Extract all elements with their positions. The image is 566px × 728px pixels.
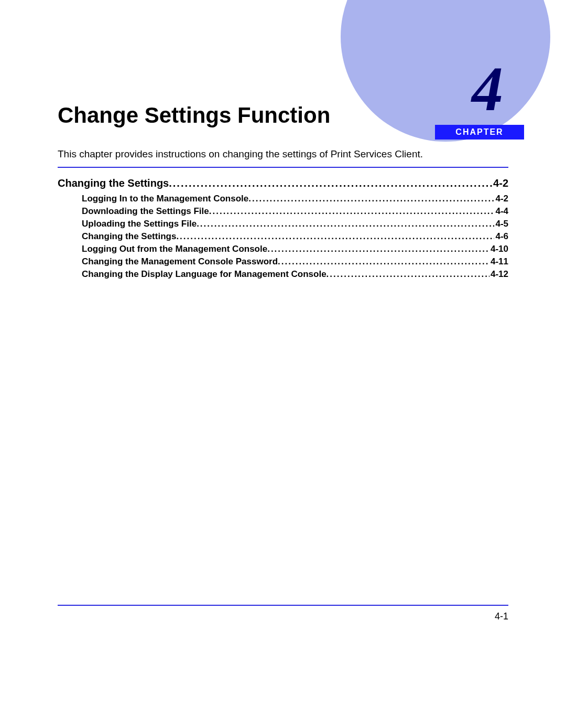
toc-item-row[interactable]: Logging In to the Management Console 4-2 <box>58 194 508 204</box>
toc-leader-dots <box>278 256 489 267</box>
chapter-badge: 4 CHAPTER <box>341 0 519 157</box>
toc-item-label: Logging In to the Management Console <box>82 194 248 204</box>
chapter-circle-decoration <box>341 0 550 142</box>
toc-item-label: Downloading the Settings File <box>82 206 209 217</box>
toc-item-label: Changing the Settings <box>82 231 176 242</box>
divider-top <box>58 167 508 168</box>
toc-leader-dots <box>267 244 489 254</box>
toc-item-row[interactable]: Logging Out from the Management Console … <box>58 244 508 254</box>
toc-leader-dots <box>326 269 489 280</box>
divider-bottom <box>58 605 508 606</box>
toc-item-row[interactable]: Changing the Settings 4-6 <box>58 231 508 242</box>
toc-leader-dots <box>169 177 492 189</box>
toc-item-label: Logging Out from the Management Console <box>82 244 267 254</box>
page: 4 CHAPTER Change Settings Function This … <box>0 0 566 728</box>
toc-item-page: 4-11 <box>489 256 508 267</box>
toc-item-label: Changing the Display Language for Manage… <box>82 269 326 280</box>
toc-item-page: 4-4 <box>494 206 508 217</box>
chapter-number: 4 <box>472 58 503 121</box>
toc-leader-dots <box>248 194 494 204</box>
page-number: 4-1 <box>495 611 508 622</box>
toc-item-page: 4-10 <box>489 244 508 254</box>
toc-leader-dots <box>209 206 495 217</box>
toc-section-label: Changing the Settings <box>58 177 169 189</box>
toc-item-row[interactable]: Downloading the Settings File 4-4 <box>58 206 508 217</box>
toc-item-page: 4-2 <box>494 194 508 204</box>
toc-item-page: 4-6 <box>494 231 508 242</box>
toc-item-row[interactable]: Changing the Display Language for Manage… <box>58 269 508 280</box>
toc-item-page: 4-5 <box>494 219 508 229</box>
chapter-banner-label: CHAPTER <box>435 125 524 140</box>
toc-item-label: Uploading the Settings File <box>82 219 197 229</box>
table-of-contents: Changing the Settings 4-2 Logging In to … <box>58 177 508 282</box>
toc-item-page: 4-12 <box>489 269 508 280</box>
toc-section-page: 4-2 <box>492 177 508 189</box>
toc-item-row[interactable]: Uploading the Settings File 4-5 <box>58 219 508 229</box>
toc-leader-dots <box>176 231 494 242</box>
toc-item-row[interactable]: Changing the Management Console Password… <box>58 256 508 267</box>
toc-leader-dots <box>197 219 494 229</box>
chapter-intro-text: This chapter provides instructions on ch… <box>58 148 508 160</box>
toc-item-label: Changing the Management Console Password <box>82 256 278 267</box>
page-title: Change Settings Function <box>58 103 330 128</box>
toc-section-row[interactable]: Changing the Settings 4-2 <box>58 177 508 189</box>
